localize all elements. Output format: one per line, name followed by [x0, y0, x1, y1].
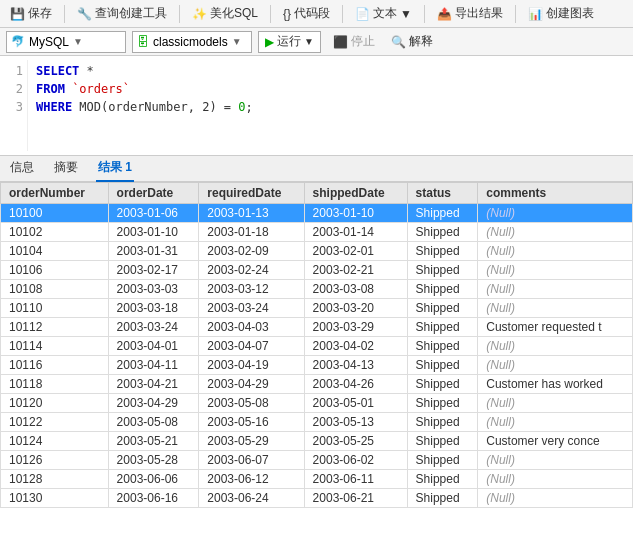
run-button[interactable]: ▶ 运行 ▼: [258, 31, 321, 53]
table-row[interactable]: 101022003-01-102003-01-182003-01-14Shipp…: [1, 223, 633, 242]
cell-orderdate: 2003-01-06: [108, 204, 199, 223]
beautify-label: 美化SQL: [210, 5, 258, 22]
cell-orderdate: 2003-06-06: [108, 470, 199, 489]
cell-ordernumber: 10130: [1, 489, 109, 508]
cell-requireddate: 2003-04-19: [199, 356, 304, 375]
cell-requireddate: 2003-01-13: [199, 204, 304, 223]
cell-shippeddate: 2003-06-11: [304, 470, 407, 489]
export-label: 导出结果: [455, 5, 503, 22]
table-row[interactable]: 101302003-06-162003-06-242003-06-21Shipp…: [1, 489, 633, 508]
explain-button[interactable]: 🔍 解释: [387, 31, 437, 52]
tab-summary[interactable]: 摘要: [52, 155, 80, 182]
cell-requireddate: 2003-06-07: [199, 451, 304, 470]
results-table: orderNumber orderDate requiredDate shipp…: [0, 182, 633, 508]
cell-ordernumber: 10100: [1, 204, 109, 223]
query-builder-label: 查询创建工具: [95, 5, 167, 22]
table-row[interactable]: 101262003-05-282003-06-072003-06-02Shipp…: [1, 451, 633, 470]
cell-status: Shipped: [407, 261, 478, 280]
cell-orderdate: 2003-04-21: [108, 375, 199, 394]
cell-ordernumber: 10102: [1, 223, 109, 242]
cell-comments: (Null): [478, 394, 633, 413]
stop-icon: ⬛: [333, 35, 348, 49]
table-row[interactable]: 101222003-05-082003-05-162003-05-13Shipp…: [1, 413, 633, 432]
cell-requireddate: 2003-06-12: [199, 470, 304, 489]
tab-result1[interactable]: 结果 1: [96, 155, 134, 182]
table-row[interactable]: 101142003-04-012003-04-072003-04-02Shipp…: [1, 337, 633, 356]
cell-orderdate: 2003-04-29: [108, 394, 199, 413]
cell-status: Shipped: [407, 432, 478, 451]
sql-editor[interactable]: 1 2 3 SELECT * FROM `orders` WHERE MOD(o…: [0, 56, 633, 156]
code-snippet-button[interactable]: {} 代码段: [279, 3, 334, 24]
cell-requireddate: 2003-03-12: [199, 280, 304, 299]
cell-shippeddate: 2003-03-20: [304, 299, 407, 318]
sep2: [179, 5, 180, 23]
code-editor[interactable]: SELECT * FROM `orders` WHERE MOD(orderNu…: [28, 60, 633, 151]
export-button[interactable]: 📤 导出结果: [433, 3, 507, 24]
cell-ordernumber: 10120: [1, 394, 109, 413]
save-button[interactable]: 💾 保存: [6, 3, 56, 24]
table-row[interactable]: 101042003-01-312003-02-092003-02-01Shipp…: [1, 242, 633, 261]
results-table-container[interactable]: orderNumber orderDate requiredDate shipp…: [0, 182, 633, 546]
table-row[interactable]: 101102003-03-182003-03-242003-03-20Shipp…: [1, 299, 633, 318]
cell-status: Shipped: [407, 470, 478, 489]
code-line-2: FROM `orders`: [36, 80, 625, 98]
code-line-1: SELECT *: [36, 62, 625, 80]
cell-shippeddate: 2003-04-26: [304, 375, 407, 394]
save-icon: 💾: [10, 7, 25, 21]
cell-shippeddate: 2003-02-21: [304, 261, 407, 280]
cell-ordernumber: 10114: [1, 337, 109, 356]
cell-shippeddate: 2003-01-14: [304, 223, 407, 242]
cell-status: Shipped: [407, 280, 478, 299]
table-row[interactable]: 101282003-06-062003-06-122003-06-11Shipp…: [1, 470, 633, 489]
cell-status: Shipped: [407, 318, 478, 337]
code-line-3: WHERE MOD(orderNumber, 2) = 0;: [36, 98, 625, 116]
cell-status: Shipped: [407, 375, 478, 394]
db-name-select[interactable]: 🗄 classicmodels ▼: [132, 31, 252, 53]
cell-status: Shipped: [407, 451, 478, 470]
cell-status: Shipped: [407, 299, 478, 318]
sep5: [424, 5, 425, 23]
cell-requireddate: 2003-02-09: [199, 242, 304, 261]
cell-status: Shipped: [407, 223, 478, 242]
explain-icon: 🔍: [391, 35, 406, 49]
sep3: [270, 5, 271, 23]
table-header-row: orderNumber orderDate requiredDate shipp…: [1, 183, 633, 204]
beautify-button[interactable]: ✨ 美化SQL: [188, 3, 262, 24]
table-body: 101002003-01-062003-01-132003-01-10Shipp…: [1, 204, 633, 508]
cell-comments: Customer has worked: [478, 375, 633, 394]
stop-label: 停止: [351, 33, 375, 50]
db-type-arrow: ▼: [73, 36, 83, 47]
chart-button[interactable]: 📊 创建图表: [524, 3, 598, 24]
mysql-icon: 🐬: [11, 35, 25, 48]
table-row[interactable]: 101242003-05-212003-05-292003-05-25Shipp…: [1, 432, 633, 451]
table-row[interactable]: 101002003-01-062003-01-132003-01-10Shipp…: [1, 204, 633, 223]
cell-requireddate: 2003-04-29: [199, 375, 304, 394]
cell-comments: (Null): [478, 337, 633, 356]
table-row[interactable]: 101122003-03-242003-04-032003-03-29Shipp…: [1, 318, 633, 337]
col-header-shipped-date: shippedDate: [304, 183, 407, 204]
text-button[interactable]: 📄 文本 ▼: [351, 3, 416, 24]
cell-ordernumber: 10122: [1, 413, 109, 432]
beautify-icon: ✨: [192, 7, 207, 21]
table-row[interactable]: 101182003-04-212003-04-292003-04-26Shipp…: [1, 375, 633, 394]
tab-info[interactable]: 信息: [8, 155, 36, 182]
cell-shippeddate: 2003-02-01: [304, 242, 407, 261]
query-builder-button[interactable]: 🔧 查询创建工具: [73, 3, 171, 24]
table-row[interactable]: 101162003-04-112003-04-192003-04-13Shipp…: [1, 356, 633, 375]
cell-comments: Customer requested t: [478, 318, 633, 337]
cell-shippeddate: 2003-03-08: [304, 280, 407, 299]
cell-orderdate: 2003-03-18: [108, 299, 199, 318]
cell-ordernumber: 10104: [1, 242, 109, 261]
cell-shippeddate: 2003-05-13: [304, 413, 407, 432]
table-row[interactable]: 101062003-02-172003-02-242003-02-21Shipp…: [1, 261, 633, 280]
cell-requireddate: 2003-02-24: [199, 261, 304, 280]
table-row[interactable]: 101082003-03-032003-03-122003-03-08Shipp…: [1, 280, 633, 299]
code-snippet-icon: {}: [283, 7, 291, 21]
result-tabs: 信息 摘要 结果 1: [0, 156, 633, 182]
table-row[interactable]: 101202003-04-292003-05-082003-05-01Shipp…: [1, 394, 633, 413]
col-header-comments: comments: [478, 183, 633, 204]
stop-button[interactable]: ⬛ 停止: [327, 31, 381, 53]
cell-comments: (Null): [478, 489, 633, 508]
db-type-select[interactable]: 🐬 MySQL ▼: [6, 31, 126, 53]
cell-comments: (Null): [478, 261, 633, 280]
